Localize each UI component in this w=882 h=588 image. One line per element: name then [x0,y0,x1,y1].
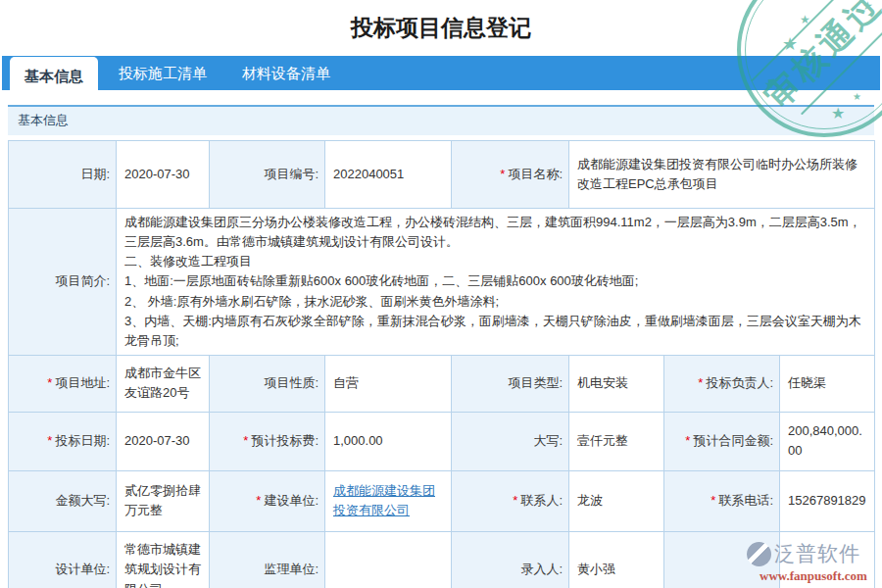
field-label-contact-phone: *联系电话: [664,470,780,531]
basic-info-form: 日期:2020-07-30项目编号:2022040051*项目名称:成都能源建设… [8,140,874,588]
field-label-bid-leader: *投标负责人: [664,355,780,412]
field-value-bid-leader: 任晓渠 [780,355,875,412]
construction-unit-link[interactable]: 成都能源建设集团投资有限公司 [333,483,435,517]
field-label-estimated-contract-amount: *预计合同金额: [664,412,780,470]
tab-material-equipment-list[interactable]: 材料设备清单 [227,56,345,90]
table-row: *投标日期:2020-07-30*预计投标费:1,000.00大写:壹仟元整*预… [9,412,875,470]
cell-text: 机电安装 [577,375,628,390]
cell-text: 龙波 [577,493,603,508]
field-label-construction-unit: *建设单位: [210,470,325,531]
cell-text: 1,000.00 [333,433,383,448]
field-label-project-nature: 项目性质: [210,355,325,412]
cell-text: 投标负责人: [706,375,773,390]
cell-text: 常德市城镇建筑规划设计有限公司 [124,542,201,588]
cell-text: 成都能源建设集团投资有限公司临时办公场所装修改造工程EPC总承包项目 [577,157,858,191]
cell-text: 2020-07-30 [124,167,190,181]
fanpu-website-url: www.fanpusoft.com [747,568,880,584]
field-label-project-code: 项目编号: [210,141,325,209]
field-label-project-summary: 项目简介: [9,209,117,356]
tab-bar: 基本信息投标施工清单材料设备清单 [2,56,880,90]
cell-text: 成都市金牛区友谊路20号 [124,366,201,400]
cell-text: 成都能源建设集团投资有限公司 [333,483,435,517]
cell-text: 录入人: [520,562,563,576]
fanpu-watermark: 泛普软件 www.fanpusoft.com [747,540,880,584]
cell-text: 2020-07-30 [124,433,190,448]
cell-text: 贰亿零捌拾肆万元整 [124,483,201,517]
cell-text: 投标日期: [55,433,110,448]
table-row: 项目简介:成都能源建设集团原三分场办公楼装修改造工程，办公楼砖混结构、三层，建筑… [9,209,875,356]
cell-text: 监理单位: [264,562,318,576]
table-row: 设计单位:常德市城镇建筑规划设计有限公司监理单位:录入人:黄小强 [9,531,875,588]
field-label-bid-date: *投标日期: [9,412,117,470]
section-header: 基本信息 [8,105,874,135]
cell-text: 壹仟元整 [577,433,628,448]
cell-text: 自营 [333,375,359,390]
field-value-bid-date: 2020-07-30 [117,412,210,470]
cell-text: 金额大写: [55,493,110,508]
field-label-fee-in-words: 大写: [452,412,569,470]
required-asterisk: * [685,433,690,448]
cell-text: 联系电话: [718,493,773,508]
cell-text: 成都能源建设集团原三分场办公楼装修改造工程，办公楼砖混结构、三层，建筑面积994… [124,215,861,348]
cell-text: 200,840,000.00 [788,423,862,458]
field-value-date: 2020-07-30 [117,141,210,209]
field-value-entry-person: 黄小强 [569,531,664,588]
field-value-contact-phone: 15267891829 [780,470,875,531]
required-asterisk: * [513,493,517,508]
cell-text: 设计单位: [55,562,110,576]
table-row: *项目地址:成都市金牛区友谊路20号项目性质:自营项目类型:机电安装*投标负责人… [9,355,875,412]
field-value-estimated-bid-fee: 1,000.00 [325,412,452,470]
cell-text: 项目地址: [55,375,110,390]
field-value-project-address: 成都市金牛区友谊路20号 [117,355,210,412]
field-label-supervision-unit: 监理单位: [210,531,325,588]
cell-text: 2022040051 [333,167,404,181]
required-asterisk: * [500,167,505,181]
field-value-project-nature: 自营 [325,355,452,412]
cell-text: 日期: [80,167,110,181]
tab-bid-construction-list[interactable]: 投标施工清单 [104,56,221,90]
form-table: 日期:2020-07-30项目编号:2022040051*项目名称:成都能源建设… [8,140,875,588]
cell-text: 15267891829 [788,493,866,508]
required-asterisk: * [710,493,715,508]
field-value-amount-in-words: 贰亿零捌拾肆万元整 [117,470,210,531]
field-label-estimated-bid-fee: *预计投标费: [210,412,325,470]
stamp-star-icon: ★ [853,92,861,102]
cell-text: 任晓渠 [788,375,826,390]
cell-text: 预计合同金额: [693,433,773,448]
field-value-design-unit: 常德市城镇建筑规划设计有限公司 [117,531,210,588]
tab-basic-info[interactable]: 基本信息 [10,57,98,98]
cell-text: 项目类型: [508,375,563,390]
field-value-project-type: 机电安装 [569,355,664,412]
cell-text: 项目编号: [264,167,318,181]
required-asterisk: * [47,433,52,448]
fanpu-logo-icon [747,542,771,566]
cell-text: 黄小强 [577,562,615,576]
field-value-project-name: 成都能源建设集团投资有限公司临时办公场所装修改造工程EPC总承包项目 [569,141,875,209]
required-asterisk: * [47,375,52,390]
field-label-project-address: *项目地址: [9,355,117,412]
required-asterisk: * [243,433,248,448]
fanpu-brand-name: 泛普软件 [774,540,860,567]
field-value-contact-person: 龙波 [569,470,664,531]
required-asterisk: * [256,493,261,508]
cell-text: 联系人: [520,493,563,508]
field-value-supervision-unit [325,531,452,588]
field-value-project-code: 2022040051 [325,141,452,209]
field-label-amount-in-words: 金额大写: [9,470,117,531]
cell-text: 预计投标费: [251,433,318,448]
field-label-project-type: 项目类型: [452,355,569,412]
field-label-design-unit: 设计单位: [9,531,117,588]
cell-text: 项目名称: [508,167,563,181]
required-asterisk: * [698,375,703,390]
table-row: 日期:2020-07-30项目编号:2022040051*项目名称:成都能源建设… [9,141,875,209]
field-value-fee-in-words: 壹仟元整 [569,412,664,470]
field-value-estimated-contract-amount: 200,840,000.00 [780,412,875,470]
field-label-contact-person: *联系人: [452,470,569,531]
cell-text: 建设单位: [264,493,318,508]
field-value-construction-unit: 成都能源建设集团投资有限公司 [325,470,452,531]
field-label-entry-person: 录入人: [452,531,569,588]
field-label-project-name: *项目名称: [452,141,569,209]
field-value-project-summary: 成都能源建设集团原三分场办公楼装修改造工程，办公楼砖混结构、三层，建筑面积994… [117,209,875,356]
page-title: 投标项目信息登记 [0,0,882,56]
field-label-date: 日期: [9,141,117,209]
